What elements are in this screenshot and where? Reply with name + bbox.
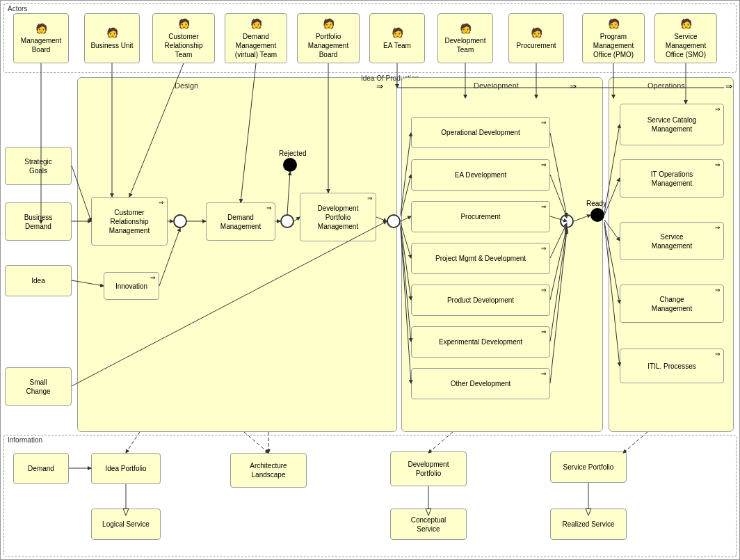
product-dev-label: Product Development [447,296,514,304]
realized-service-box: Realized Service [550,509,627,540]
development-label: Development [474,81,519,90]
service-mgmt-label: Service Management [652,232,692,250]
actor-label-pmo: Program Management Office (PMO) [593,32,634,59]
rejected-circle [283,158,297,172]
dev-portfolio-mgmt-label: Development Portfolio Management [318,204,359,231]
business-demand-box: Business Demand [5,202,72,241]
operations-arrow-icon: ⇒ [725,81,732,91]
product-dev-arrow: ⇒ [541,287,547,294]
actor-icon-dev-team: 🧑 [460,22,472,35]
experimental-development-box: Experimental Development ⇒ [411,326,550,358]
it-ops-mgmt-box: IT Operations Management ⇒ [620,159,724,198]
actor-icon-demand-team: 🧑 [250,17,262,30]
innovation-box: Innovation ⇒ [104,272,159,300]
crm-label: Customer Relationship Management [109,208,150,235]
idea-box: Idea [5,265,72,296]
idea-label: Idea [31,277,45,285]
service-catalog-mgmt-box: Service Catalog Management ⇒ [620,104,724,145]
demand-mgmt-arrow: ⇒ [266,205,272,213]
design-swimlane [77,77,397,432]
actor-label-crm-team: Customer Relationship Team [164,32,202,59]
small-change-box: Small Change [5,367,72,406]
project-mgmt-box: Project Mgmt & Development ⇒ [411,243,550,274]
rejected-label: Rejected [279,150,306,157]
actor-label-dev-team: Development Team [445,36,486,54]
actor-label-smo: Service Management Office (SMO) [666,32,706,59]
actor-ea-team: 🧑 EA Team [369,13,425,63]
actor-label-management-board: Management Board [21,36,61,54]
procurement-arrow: ⇒ [541,203,547,210]
dev-portfolio-mgmt-box: Development Portfolio Management ⇒ [300,193,376,241]
ea-dev-label: EA Development [455,171,507,179]
project-mgmt-label: Project Mgmt & Development [435,255,526,262]
design-arrow-icon: ⇒ [376,81,383,91]
actor-icon-pmo: 🧑 [608,17,620,30]
itil-processes-label: ITIL. Processes [648,362,695,370]
idea-portfolio-label: Idea Portfolio [106,465,147,472]
actor-icon-portfolio-board: 🧑 [323,17,335,30]
strategic-goals-box: Strategic Goals [5,147,72,185]
design-label: Design [175,81,198,90]
development-portfolio-box: Development Portfolio [390,451,467,486]
operational-dev-label: Operational Development [441,129,520,136]
information-section-label: Information [6,436,44,444]
conceptual-service-label: Conceptual Service [411,515,447,534]
actor-program-mgmt-office: 🧑 Program Management Office (PMO) [582,13,645,63]
service-catalog-arrow: ⇒ [715,106,721,114]
procurement-label: Procurement [460,213,500,221]
actor-label-ea-team: EA Team [383,41,411,50]
dev-portfolio-arrow: ⇒ [367,195,373,203]
customer-relationship-mgmt-box: Customer Relationship Management ⇒ [91,197,168,246]
diagram-container: Actors Information 🧑 Management Board 🧑 … [0,0,740,560]
idea-portfolio-box: Idea Portfolio [91,453,161,484]
actors-section-label: Actors [6,5,29,13]
demand-management-box: Demand Management ⇒ [206,202,275,241]
other-dev-label: Other Development [451,380,511,387]
service-portfolio-box: Service Portfolio [550,451,627,483]
actor-procurement: 🧑 Procurement [508,13,564,63]
actor-customer-relationship-team: 🧑 Customer Relationship Team [152,13,215,63]
experimental-dev-label: Experimental Development [439,338,522,346]
ea-development-box: EA Development ⇒ [411,159,550,191]
actor-icon-crm-team: 🧑 [178,17,190,30]
change-mgmt-label: Change Management [652,295,692,313]
actor-icon-smo: 🧑 [680,17,692,30]
procurement-box: Procurement ⇒ [411,201,550,232]
circle-after-demand [280,214,294,228]
operational-development-box: Operational Development ⇒ [411,117,550,148]
itil-arrow: ⇒ [715,351,721,358]
actor-icon-ea-team: 🧑 [392,26,403,39]
business-demand-label: Business Demand [24,213,53,231]
experimental-dev-arrow: ⇒ [541,328,547,335]
it-ops-arrow: ⇒ [715,161,721,170]
operations-label: Operations [648,81,685,90]
actor-demand-management-team: 🧑 Demand Management (virtual) Team [225,13,287,63]
other-dev-arrow: ⇒ [541,370,547,377]
actor-label-procurement: Procurement [516,41,556,50]
innovation-arrow: ⇒ [150,274,156,281]
change-mgmt-box: Change Management ⇒ [620,285,724,323]
logical-service-box: Logical Service [91,509,161,540]
circle-after-dev [560,214,574,228]
demand-info-box: Demand [13,453,69,484]
conceptual-service-box: Conceptual Service [390,509,467,540]
actor-portfolio-mgmt-board: 🧑 Portfolio Management Board [297,13,360,63]
innovation-label: Innovation [115,282,147,290]
product-development-box: Product Development ⇒ [411,285,550,316]
op-dev-arrow: ⇒ [541,119,547,126]
actor-label-demand-team: Demand Management (virtual) Team [235,32,277,59]
itil-processes-box: ITIL. Processes ⇒ [620,349,724,383]
actor-label-business-unit: Business Unit [90,41,133,50]
crm-arrow: ⇒ [159,199,164,207]
development-portfolio-label: Development Portfolio [408,460,449,478]
service-portfolio-label: Service Portfolio [563,463,614,471]
demand-management-label: Demand Management [220,213,261,231]
actor-label-portfolio-board: Portfolio Management Board [308,32,348,59]
circle-after-crm [173,214,187,228]
service-mgmt-box: Service Management ⇒ [620,222,724,260]
actor-development-team: 🧑 Development Team [437,13,493,63]
architecture-landscape-box: Architecture Landscape [230,453,307,488]
demand-info-label: Demand [28,465,54,472]
circle-before-dev [387,214,401,228]
strategic-goals-label: Strategic Goals [24,157,51,175]
